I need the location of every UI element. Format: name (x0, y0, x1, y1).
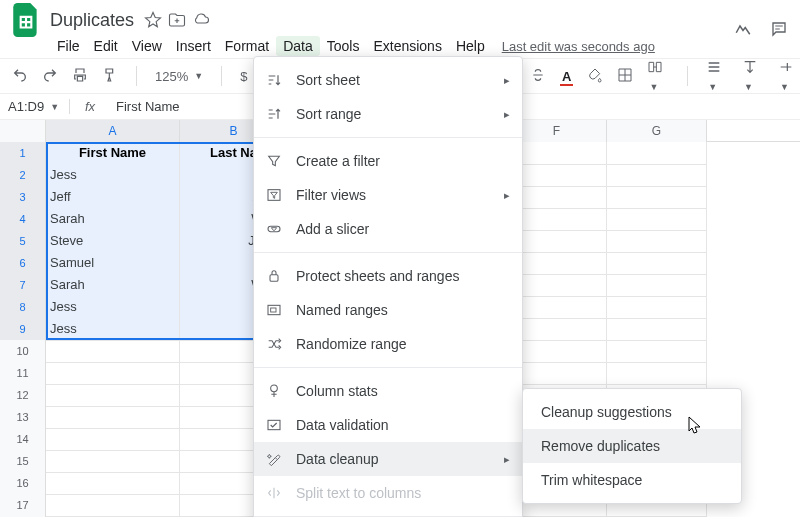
menu-sort-range[interactable]: Sort range▸ (254, 97, 522, 131)
cell[interactable]: Jeff (46, 186, 180, 209)
redo-icon[interactable] (42, 67, 58, 86)
menu-split-text: Split text to columns (254, 476, 522, 510)
doc-title[interactable]: Duplicates (50, 10, 134, 31)
row-header[interactable]: 3 (0, 186, 46, 209)
row-header[interactable]: 14 (0, 428, 46, 451)
chevron-right-icon: ▸ (504, 453, 510, 466)
zoom-select[interactable]: 125%▼ (155, 69, 203, 84)
currency-format[interactable]: $ (240, 69, 247, 84)
row-header[interactable]: 9 (0, 318, 46, 341)
text-color-icon[interactable]: A (560, 69, 573, 84)
submenu-remove-duplicates[interactable]: Remove duplicates (523, 429, 741, 463)
row-header[interactable]: 12 (0, 384, 46, 407)
menu-extensions[interactable]: Extensions (366, 36, 448, 56)
menu-help[interactable]: Help (449, 36, 492, 56)
menu-tools[interactable]: Tools (320, 36, 367, 56)
cell[interactable]: Sarah (46, 274, 180, 297)
svg-point-5 (271, 385, 278, 392)
row-header[interactable]: 7 (0, 274, 46, 297)
col-header-G[interactable]: G (607, 120, 707, 142)
comments-icon[interactable] (770, 20, 788, 41)
cloud-icon[interactable] (190, 9, 212, 31)
row-header[interactable]: 16 (0, 472, 46, 495)
row-header[interactable]: 4 (0, 208, 46, 231)
formula-bar[interactable]: First Name (110, 99, 180, 114)
row-header[interactable]: 1 (0, 142, 46, 165)
row-header[interactable]: 17 (0, 494, 46, 517)
menu-column-stats[interactable]: Column stats (254, 374, 522, 408)
submenu-trim-whitespace[interactable]: Trim whitespace (523, 463, 741, 497)
strikethrough-icon[interactable] (530, 67, 546, 86)
row-header[interactable]: 11 (0, 362, 46, 385)
col-header-A[interactable]: A (46, 120, 180, 142)
name-box[interactable]: A1:D9▼ (0, 99, 70, 114)
menu-view[interactable]: View (125, 36, 169, 56)
cursor-icon (688, 416, 702, 434)
data-menu-popup: Sort sheet▸ Sort range▸ Create a filter … (253, 56, 523, 517)
wrap-icon[interactable]: ▼ (778, 59, 800, 93)
cell[interactable]: Sarah (46, 208, 180, 231)
menu-add-slicer[interactable]: Add a slicer (254, 212, 522, 246)
menu-randomize[interactable]: Randomize range (254, 327, 522, 361)
chevron-right-icon: ▸ (504, 189, 510, 202)
sheets-logo[interactable] (12, 2, 40, 38)
cell[interactable]: Jess (46, 164, 180, 187)
svg-rect-1 (268, 226, 280, 231)
svg-rect-3 (268, 305, 280, 314)
menu-file[interactable]: File (50, 36, 87, 56)
fill-color-icon[interactable] (587, 67, 603, 86)
menubar: File Edit View Insert Format Data Tools … (0, 34, 800, 58)
data-cleanup-submenu: Cleanup suggestions Remove duplicates Tr… (522, 388, 742, 504)
menu-data-validation[interactable]: Data validation (254, 408, 522, 442)
cell[interactable]: Steve (46, 230, 180, 253)
halign-icon[interactable]: ▼ (706, 59, 728, 93)
cell[interactable]: First Name (46, 142, 180, 165)
zoom-value: 125% (155, 69, 188, 84)
row-header[interactable]: 13 (0, 406, 46, 429)
cell[interactable]: Jess (46, 318, 180, 341)
row-header[interactable]: 10 (0, 340, 46, 363)
borders-icon[interactable] (617, 67, 633, 86)
menu-sort-sheet[interactable]: Sort sheet▸ (254, 63, 522, 97)
row-header[interactable]: 8 (0, 296, 46, 319)
row-header[interactable]: 15 (0, 450, 46, 473)
menu-data-cleanup[interactable]: Data cleanup▸ (254, 442, 522, 476)
row-header[interactable]: 2 (0, 164, 46, 187)
cell[interactable] (607, 142, 707, 165)
cell[interactable]: Jess (46, 296, 180, 319)
submenu-cleanup-suggestions[interactable]: Cleanup suggestions (523, 395, 741, 429)
svg-rect-4 (271, 308, 276, 312)
menu-filter-views[interactable]: Filter views▸ (254, 178, 522, 212)
row-header[interactable]: 5 (0, 230, 46, 253)
chevron-right-icon: ▸ (504, 74, 510, 87)
select-all-corner[interactable] (0, 120, 46, 142)
menu-protect[interactable]: Protect sheets and ranges (254, 259, 522, 293)
menu-format[interactable]: Format (218, 36, 276, 56)
svg-rect-2 (270, 275, 278, 282)
menu-edit[interactable]: Edit (87, 36, 125, 56)
row-header[interactable]: 6 (0, 252, 46, 275)
fx-label: fx (70, 99, 110, 114)
menu-data[interactable]: Data (276, 36, 320, 56)
paint-format-icon[interactable] (102, 67, 118, 86)
undo-icon[interactable] (12, 67, 28, 86)
valign-icon[interactable]: ▼ (742, 59, 764, 93)
print-icon[interactable] (72, 67, 88, 86)
menu-create-filter[interactable]: Create a filter (254, 144, 522, 178)
chevron-right-icon: ▸ (504, 108, 510, 121)
merge-icon[interactable]: ▼ (647, 59, 669, 93)
last-edit-link[interactable]: Last edit was seconds ago (502, 39, 655, 54)
menu-named-ranges[interactable]: Named ranges (254, 293, 522, 327)
move-icon[interactable] (166, 9, 188, 31)
svg-rect-0 (268, 190, 280, 201)
menu-insert[interactable]: Insert (169, 36, 218, 56)
activity-icon[interactable] (734, 20, 752, 41)
cell[interactable]: Samuel (46, 252, 180, 275)
star-icon[interactable] (142, 9, 164, 31)
